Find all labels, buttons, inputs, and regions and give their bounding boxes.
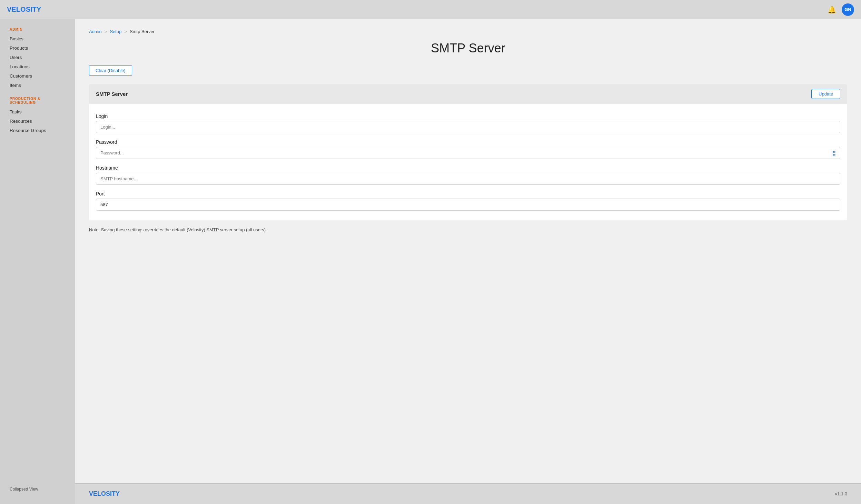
card-header: SMTP Server Update <box>89 84 847 104</box>
login-label: Login <box>96 113 840 119</box>
version-text: v1.1.0 <box>835 491 847 496</box>
content-inner: Admin > Setup > Smtp Server SMTP Server … <box>75 19 861 483</box>
breadcrumb-admin[interactable]: Admin <box>89 29 102 34</box>
port-group: Port <box>96 191 840 211</box>
notification-bell-icon[interactable]: 🔔 <box>828 6 836 14</box>
user-avatar[interactable]: GN <box>842 3 854 16</box>
header-right: 🔔 GN <box>828 3 854 16</box>
login-input[interactable] <box>96 121 840 133</box>
password-input[interactable] <box>96 147 840 159</box>
update-button[interactable]: Update <box>811 89 840 99</box>
card-header-title: SMTP Server <box>96 91 128 97</box>
hostname-label: Hostname <box>96 165 840 171</box>
password-toggle-icon[interactable]: ⣿ <box>832 150 836 156</box>
password-input-wrapper: ⣿ <box>96 147 840 159</box>
password-group: Password ⣿ <box>96 139 840 159</box>
hostname-input[interactable] <box>96 173 840 185</box>
sidebar: ADMIN Basics Products Users Locations Cu… <box>0 19 75 504</box>
port-label: Port <box>96 191 840 196</box>
sidebar-item-users[interactable]: Users <box>0 53 75 62</box>
breadcrumb: Admin > Setup > Smtp Server <box>89 29 847 34</box>
footer-logo: VEL O ~ SITY <box>89 490 120 497</box>
card-body: Login Password ⣿ Hostname <box>89 104 847 220</box>
hostname-group: Hostname <box>96 165 840 185</box>
sidebar-item-resource-groups[interactable]: Resource Groups <box>0 126 75 135</box>
breadcrumb-current: Smtp Server <box>130 29 155 34</box>
sidebar-item-basics[interactable]: Basics <box>0 34 75 43</box>
password-label: Password <box>96 139 840 145</box>
sidebar-item-customers[interactable]: Customers <box>0 71 75 81</box>
breadcrumb-sep2: > <box>124 29 127 34</box>
sidebar-item-tasks[interactable]: Tasks <box>0 107 75 117</box>
breadcrumb-setup[interactable]: Setup <box>110 29 121 34</box>
sidebar-item-products[interactable]: Products <box>0 43 75 53</box>
content-area: Admin > Setup > Smtp Server SMTP Server … <box>75 19 861 504</box>
top-header: VEL O ~ SITY 🔔 GN <box>0 0 861 19</box>
sidebar-collapsed-view[interactable]: Collapsed View <box>0 481 75 497</box>
sidebar-section-admin: ADMIN <box>0 28 75 31</box>
sidebar-item-locations[interactable]: Locations <box>0 62 75 71</box>
smtp-card: SMTP Server Update Login Password ⣿ <box>89 84 847 220</box>
main-layout: ADMIN Basics Products Users Locations Cu… <box>0 19 861 504</box>
sidebar-item-resources[interactable]: Resources <box>0 117 75 126</box>
login-group: Login <box>96 113 840 133</box>
port-input[interactable] <box>96 199 840 211</box>
note-text: Note: Saving these settings overrides th… <box>89 227 847 232</box>
sidebar-section-production: PRODUCTION & SCHEDULING <box>0 97 75 104</box>
page-title: SMTP Server <box>89 41 847 56</box>
sidebar-item-items[interactable]: Items <box>0 81 75 90</box>
sidebar-nav: ADMIN Basics Products Users Locations Cu… <box>0 26 75 481</box>
logo: VEL O ~ SITY <box>7 6 41 13</box>
clear-disable-button[interactable]: Clear (Disable) <box>89 65 132 76</box>
breadcrumb-sep1: > <box>105 29 107 34</box>
content-footer: VEL O ~ SITY v1.1.0 <box>75 483 861 504</box>
